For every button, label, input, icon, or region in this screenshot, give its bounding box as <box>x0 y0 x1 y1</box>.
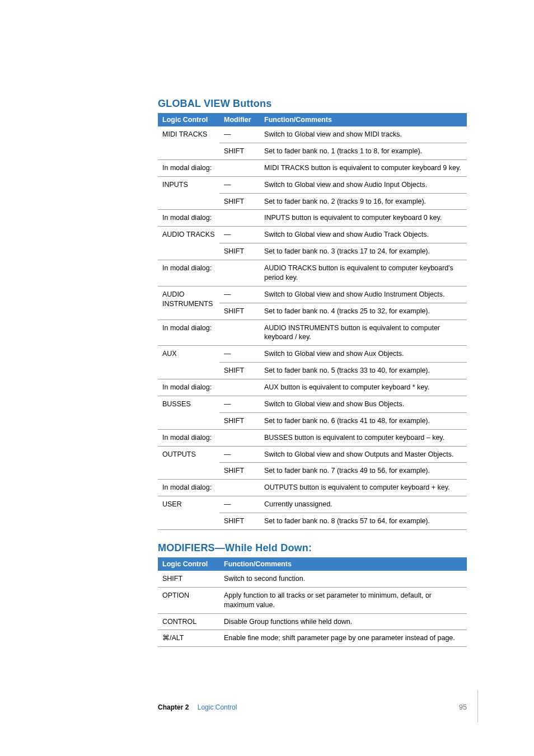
cell-lc <box>158 513 219 530</box>
table-row: MIDI TRACKS — Switch to Global view and … <box>158 126 467 143</box>
cell-mod: — <box>219 176 260 193</box>
table-row: SHIFT Set to fader bank no. 7 (tracks 49… <box>158 463 467 480</box>
table-row: ⌘/ALT Enable fine mode; shift parameter … <box>158 630 467 647</box>
cell-mod: — <box>219 227 260 243</box>
col-header-logic-control: Logic Control <box>158 113 219 126</box>
cell-fc: Apply function to all tracks or set para… <box>219 587 467 613</box>
cell-lc: USER <box>158 496 219 513</box>
col-header-function: Function/Comments <box>260 113 467 126</box>
cell-fc: Set to fader bank no. 6 (tracks 41 to 48… <box>260 412 467 429</box>
table-row: SHIFT Set to fader bank no. 8 (tracks 57… <box>158 513 467 530</box>
cell-fc: Switch to Global view and show Audio Ins… <box>260 286 467 303</box>
table-row: CONTROL Disable Group functions while he… <box>158 613 467 630</box>
cell-mod <box>219 260 260 287</box>
cell-fc: Set to fader bank no. 4 (tracks 25 to 32… <box>260 303 467 320</box>
table-row: In modal dialog: AUDIO INSTRUMENTS butto… <box>158 320 467 346</box>
cell-mod <box>219 480 260 496</box>
cell-fc: AUDIO TRACKS button is equivalent to com… <box>260 260 467 287</box>
cell-fc: AUDIO INSTRUMENTS button is equivalent t… <box>260 320 467 346</box>
cell-fc: Set to fader bank no. 8 (tracks 57 to 64… <box>260 513 467 530</box>
cell-fc: OUTPUTS button is equivalent to computer… <box>260 480 467 496</box>
table-row: SHIFT Set to fader bank no. 1 (tracks 1 … <box>158 143 467 159</box>
cell-fc: BUSSES button is equivalent to computer … <box>260 429 467 446</box>
page-edge-rule <box>477 690 479 722</box>
cell-fc: Switch to second function. <box>219 571 467 587</box>
table-row: In modal dialog: AUX button is equivalen… <box>158 379 467 396</box>
footer-chapter-label: Chapter 2 <box>158 703 189 711</box>
cell-mod <box>219 210 260 227</box>
table-row: SHIFT Set to fader bank no. 5 (tracks 33… <box>158 363 467 379</box>
cell-mod: SHIFT <box>219 463 260 480</box>
table-row: USER — Currently unassigned. <box>158 496 467 513</box>
cell-lc: AUDIO INSTRUMENTS <box>158 286 219 320</box>
table-row: AUDIO INSTRUMENTS — Switch to Global vie… <box>158 286 467 303</box>
page-footer: Chapter 2 Logic Control 95 <box>158 703 467 711</box>
cell-mod: — <box>219 126 260 143</box>
cell-fc: Currently unassigned. <box>260 496 467 513</box>
cell-fc: Set to fader bank no. 3 (tracks 17 to 24… <box>260 243 467 260</box>
cell-fc: Switch to Global view and show Audio Inp… <box>260 176 467 193</box>
table-row: In modal dialog: INPUTS button is equiva… <box>158 210 467 227</box>
cell-lc: MIDI TRACKS <box>158 126 219 143</box>
table-row: SHIFT Set to fader bank no. 2 (tracks 9 … <box>158 193 467 210</box>
footer-chapter: Chapter 2 Logic Control <box>158 703 237 711</box>
footer-page-number: 95 <box>459 703 467 711</box>
cell-mod: SHIFT <box>219 193 260 210</box>
cell-fc: Set to fader bank no. 2 (tracks 9 to 16,… <box>260 193 467 210</box>
modifiers-table: Logic Control Function/Comments SHIFT Sw… <box>158 557 467 647</box>
cell-lc: In modal dialog: <box>158 320 219 346</box>
cell-lc: INPUTS <box>158 176 219 193</box>
cell-lc <box>158 412 219 429</box>
cell-mod: SHIFT <box>219 243 260 260</box>
cell-lc: CONTROL <box>158 613 219 630</box>
cell-mod: — <box>219 396 260 412</box>
cell-fc: Disable Group functions while held down. <box>219 613 467 630</box>
cell-lc <box>158 363 219 379</box>
col-header-function: Function/Comments <box>219 557 467 571</box>
cell-fc: Switch to Global view and show Bus Objec… <box>260 396 467 412</box>
table-row: AUDIO TRACKS — Switch to Global view and… <box>158 227 467 243</box>
cell-lc-line2: INSTRUMENTS <box>162 300 213 308</box>
section-heading-modifiers: MODIFIERS—While Held Down: <box>158 542 467 554</box>
cell-mod: — <box>219 446 260 463</box>
cell-fc: INPUTS button is equivalent to computer … <box>260 210 467 227</box>
section-heading-global-view: GLOBAL VIEW Buttons <box>158 98 467 110</box>
table-row: AUX — Switch to Global view and show Aux… <box>158 346 467 363</box>
cell-lc: In modal dialog: <box>158 210 219 227</box>
cell-fc: Set to fader bank no. 7 (tracks 49 to 56… <box>260 463 467 480</box>
table-row: In modal dialog: AUDIO TRACKS button is … <box>158 260 467 287</box>
cell-mod <box>219 159 260 176</box>
cell-fc: Switch to Global view and show Aux Objec… <box>260 346 467 363</box>
cell-lc <box>158 463 219 480</box>
cell-lc <box>158 243 219 260</box>
table-row: SHIFT Switch to second function. <box>158 571 467 587</box>
cell-fc: Set to fader bank no. 1 (tracks 1 to 8, … <box>260 143 467 159</box>
table-row: INPUTS — Switch to Global view and show … <box>158 176 467 193</box>
cell-lc: In modal dialog: <box>158 379 219 396</box>
cell-fc: MIDI TRACKS button is equivalent to comp… <box>260 159 467 176</box>
cell-mod: — <box>219 496 260 513</box>
cell-lc: In modal dialog: <box>158 480 219 496</box>
table-row: In modal dialog: MIDI TRACKS button is e… <box>158 159 467 176</box>
cell-lc-line1: AUDIO <box>162 290 185 298</box>
cell-lc: ⌘/ALT <box>158 630 219 647</box>
cell-lc <box>158 143 219 159</box>
cell-mod: SHIFT <box>219 303 260 320</box>
table-row: SHIFT Set to fader bank no. 3 (tracks 17… <box>158 243 467 260</box>
cell-lc <box>158 193 219 210</box>
table-row: OUTPUTS — Switch to Global view and show… <box>158 446 467 463</box>
table-row: In modal dialog: BUSSES button is equiva… <box>158 429 467 446</box>
cell-mod: — <box>219 346 260 363</box>
cell-lc: In modal dialog: <box>158 260 219 287</box>
table-row: OPTION Apply function to all tracks or s… <box>158 587 467 613</box>
cell-lc: OPTION <box>158 587 219 613</box>
cell-lc: SHIFT <box>158 571 219 587</box>
cell-mod <box>219 429 260 446</box>
cell-lc: AUX <box>158 346 219 363</box>
cell-lc: BUSSES <box>158 396 219 412</box>
table-row: SHIFT Set to fader bank no. 6 (tracks 41… <box>158 412 467 429</box>
cell-mod: SHIFT <box>219 513 260 530</box>
cell-mod: — <box>219 286 260 303</box>
table-row: In modal dialog: OUTPUTS button is equiv… <box>158 480 467 496</box>
cell-mod <box>219 379 260 396</box>
